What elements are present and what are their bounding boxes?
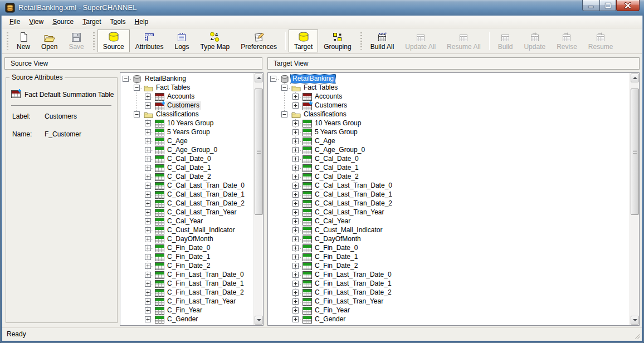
expand-toggle[interactable]: [145, 298, 151, 305]
collapse-toggle[interactable]: [123, 76, 129, 82]
target-tree-scrollbar[interactable]: [630, 73, 639, 325]
collapse-toggle[interactable]: [270, 76, 276, 82]
expand-toggle[interactable]: [145, 281, 151, 287]
expand-toggle[interactable]: [292, 94, 299, 100]
expand-toggle[interactable]: [292, 129, 299, 135]
tree-item-accounts[interactable]: Accounts: [165, 92, 196, 101]
tree-item-c-dayofmonth[interactable]: C_DayOfMonth: [313, 235, 363, 243]
expand-toggle[interactable]: [145, 245, 151, 251]
source-tree-scrollbar[interactable]: [253, 73, 263, 325]
expand-toggle[interactable]: [145, 263, 151, 269]
expand-toggle[interactable]: [145, 290, 151, 296]
tree-item-c-fin-date-2[interactable]: C_Fin_Date_2: [165, 262, 212, 270]
tree-item-c-age-group-0[interactable]: C_Age_Group_0: [313, 146, 367, 154]
expand-toggle[interactable]: [145, 183, 151, 189]
tree-item-c-cal-last-tran-date-0[interactable]: C_Cal_Last_Tran_Date_0: [165, 182, 246, 190]
tree-item-c-cal-last-tran-date-2[interactable]: C_Cal_Last_Tran_Date_2: [313, 199, 394, 208]
collapse-toggle[interactable]: [281, 85, 287, 91]
attributes-button[interactable]: Attributes: [130, 30, 169, 52]
tree-item-c-fin-date-1[interactable]: C_Fin_Date_1: [165, 253, 212, 261]
tree-item-c-cal-last-tran-date-0[interactable]: C_Cal_Last_Tran_Date_0: [313, 182, 394, 190]
tree-item-retailbanking[interactable]: RetailBanking: [291, 75, 335, 83]
scroll-down-button[interactable]: [255, 316, 263, 325]
toolbar-gripper[interactable]: [360, 32, 362, 50]
expand-toggle[interactable]: [145, 236, 151, 242]
target-button[interactable]: Target: [289, 30, 318, 52]
tree-item-c-cal-last-tran-year[interactable]: C_Cal_Last_Tran_Year: [313, 208, 386, 217]
expand-toggle[interactable]: [292, 209, 299, 215]
scroll-up-button[interactable]: [631, 74, 639, 82]
titlebar[interactable]: RetailBanking.xml - SuperCHANNEL: [0, 0, 644, 16]
expand-toggle[interactable]: [292, 156, 299, 162]
tree-item-c-cal-last-tran-year[interactable]: C_Cal_Last_Tran_Year: [165, 208, 238, 217]
tree-item-c-fin-last-tran-date-0[interactable]: C_Fin_Last_Tran_Date_0: [165, 271, 246, 279]
tree-item-c-fin-last-tran-date-1[interactable]: C_Fin_Last_Tran_Date_1: [165, 280, 246, 288]
expand-toggle[interactable]: [145, 156, 151, 162]
tree-item-c-cal-last-tran-date-2[interactable]: C_Cal_Last_Tran_Date_2: [165, 199, 246, 208]
tree-item-c-gender[interactable]: C_Gender: [165, 315, 199, 324]
expand-toggle[interactable]: [145, 120, 151, 126]
expand-toggle[interactable]: [145, 192, 151, 198]
tree-item-c-gender[interactable]: C_Gender: [313, 315, 347, 324]
tree-item-c-cal-date-0[interactable]: C_Cal_Date_0: [165, 155, 213, 163]
close-button[interactable]: [616, 0, 640, 11]
tree-item-fact-tables[interactable]: Fact Tables: [154, 84, 192, 92]
expand-toggle[interactable]: [292, 174, 299, 180]
preferences-button[interactable]: Preferences: [235, 30, 282, 52]
tree-item-c-fin-date-0[interactable]: C_Fin_Date_0: [313, 244, 359, 252]
tree-item-c-cal-date-1[interactable]: C_Cal_Date_1: [165, 164, 213, 172]
expand-toggle[interactable]: [292, 183, 299, 189]
tree-item-classifications[interactable]: Classifications: [302, 110, 348, 119]
expand-toggle[interactable]: [145, 200, 151, 207]
expand-toggle[interactable]: [145, 227, 151, 233]
tree-item-c-cal-date-2[interactable]: C_Cal_Date_2: [313, 173, 360, 181]
tree-item-c-fin-last-tran-date-0[interactable]: C_Fin_Last_Tran_Date_0: [313, 271, 393, 279]
tree-item-c-fin-year[interactable]: C_Fin_Year: [313, 306, 352, 315]
tree-item-c-age-group-0[interactable]: C_Age_Group_0: [165, 146, 219, 154]
expand-toggle[interactable]: [292, 236, 299, 242]
collapse-toggle[interactable]: [134, 111, 140, 117]
tree-item-c-cust-mail-indicator[interactable]: C_Cust_Mail_Indicator: [313, 226, 384, 234]
grouping-button[interactable]: Grouping: [318, 30, 357, 52]
expand-toggle[interactable]: [292, 200, 299, 207]
menu-source[interactable]: Source: [48, 16, 78, 27]
tree-item-customers[interactable]: Customers: [165, 101, 201, 110]
collapse-toggle[interactable]: [134, 85, 140, 91]
menu-help[interactable]: Help: [130, 16, 153, 27]
minimize-button[interactable]: [582, 0, 599, 11]
tree-item-10-years-group[interactable]: 10 Years Group: [313, 119, 363, 128]
expand-toggle[interactable]: [292, 227, 299, 233]
menu-view[interactable]: View: [25, 16, 48, 27]
scroll-up-button[interactable]: [255, 74, 263, 82]
tree-item-customers[interactable]: Customers: [313, 101, 349, 110]
tree-item-c-fin-year[interactable]: C_Fin_Year: [165, 306, 204, 315]
expand-toggle[interactable]: [292, 147, 299, 153]
expand-toggle[interactable]: [145, 316, 151, 322]
expand-toggle[interactable]: [292, 272, 299, 278]
tree-item-c-fin-last-tran-date-2[interactable]: C_Fin_Last_Tran_Date_2: [165, 288, 246, 297]
tree-item-c-cust-mail-indicator[interactable]: C_Cust_Mail_Indicator: [165, 226, 236, 234]
expand-toggle[interactable]: [292, 298, 299, 305]
tree-item-10-years-group[interactable]: 10 Years Group: [165, 119, 215, 128]
tree-item-fact-tables[interactable]: Fact Tables: [302, 84, 339, 92]
expand-toggle[interactable]: [292, 192, 299, 198]
expand-toggle[interactable]: [292, 254, 299, 260]
expand-toggle[interactable]: [292, 165, 299, 171]
tree-item-c-fin-last-tran-date-2[interactable]: C_Fin_Last_Tran_Date_2: [313, 288, 393, 297]
tree-item-c-fin-last-tran-date-1[interactable]: C_Fin_Last_Tran_Date_1: [313, 280, 393, 288]
expand-toggle[interactable]: [145, 147, 151, 153]
expand-toggle[interactable]: [292, 307, 299, 313]
expand-toggle[interactable]: [145, 129, 151, 135]
expand-toggle[interactable]: [292, 218, 299, 224]
tree-item-c-cal-year[interactable]: C_Cal_Year: [313, 217, 352, 226]
tree-item-c-fin-last-tran-year[interactable]: C_Fin_Last_Tran_Year: [313, 297, 385, 306]
collapse-toggle[interactable]: [281, 111, 287, 117]
tree-item-c-fin-last-tran-year[interactable]: C_Fin_Last_Tran_Year: [165, 297, 237, 306]
expand-toggle[interactable]: [292, 281, 299, 287]
tree-item-c-fin-date-0[interactable]: C_Fin_Date_0: [165, 244, 212, 252]
expand-toggle[interactable]: [292, 245, 299, 251]
expand-toggle[interactable]: [145, 165, 151, 171]
tree-item-c-cal-date-1[interactable]: C_Cal_Date_1: [313, 164, 360, 172]
new-button[interactable]: New: [11, 30, 36, 52]
tree-item-c-dayofmonth[interactable]: C_DayOfMonth: [165, 235, 215, 243]
